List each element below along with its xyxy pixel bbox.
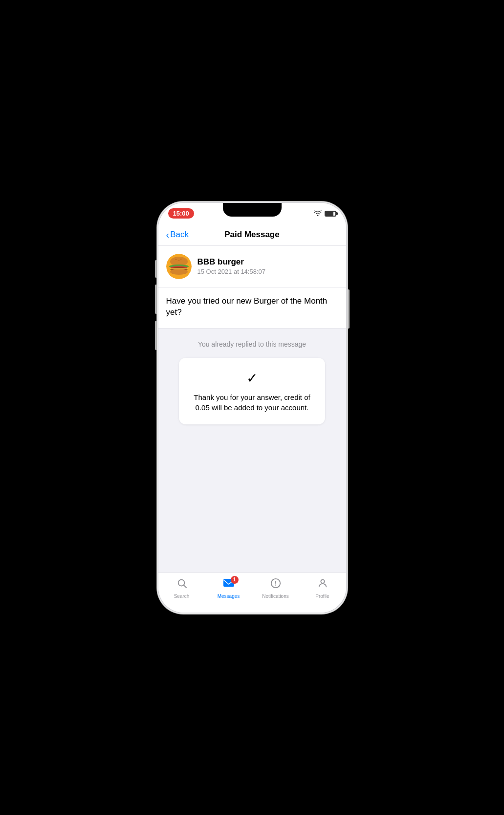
sender-name: BBB burger <box>197 257 266 267</box>
tab-search[interactable]: Search <box>165 578 199 599</box>
side-button-vol-up <box>155 285 157 314</box>
sender-date: 15 Oct 2021 at 14:58:07 <box>197 268 266 275</box>
nav-title: Paid Message <box>224 230 279 240</box>
notifications-tab-icon <box>270 578 281 592</box>
tab-messages[interactable]: 1 Messages <box>212 578 246 599</box>
tab-notifications[interactable]: Notifications <box>259 578 293 599</box>
back-chevron-icon: ‹ <box>166 230 170 240</box>
messages-tab-icon: 1 <box>223 578 235 592</box>
message-body-section: Have you tried our new Burger of the Mon… <box>158 287 346 329</box>
svg-point-8 <box>170 269 188 275</box>
replied-notice: You already replied to this message <box>198 340 306 348</box>
notch <box>223 203 282 217</box>
status-time: 15:00 <box>168 208 194 219</box>
thank-you-text: Thank you for your answer, credit of 0.0… <box>191 392 313 413</box>
back-label: Back <box>170 230 189 240</box>
messages-tab-label: Messages <box>218 594 240 599</box>
messages-badge: 1 <box>231 576 239 584</box>
content-area: BBB burger 15 Oct 2021 at 14:58:07 Have … <box>158 246 346 573</box>
tab-profile[interactable]: Profile <box>306 578 340 599</box>
phone-screen: 15:00 ‹ <box>158 203 346 613</box>
phone-frame: 15:00 ‹ <box>157 201 348 614</box>
svg-line-11 <box>184 585 186 588</box>
search-tab-icon <box>176 578 187 592</box>
svg-point-3 <box>180 259 182 260</box>
svg-rect-9 <box>170 268 188 269</box>
profile-tab-label: Profile <box>315 594 329 599</box>
avatar <box>166 254 192 279</box>
svg-point-4 <box>178 260 179 261</box>
notifications-tab-label: Notifications <box>262 594 288 599</box>
nav-bar: ‹ Back Paid Message <box>158 224 346 246</box>
checkmark-icon: ✓ <box>246 372 258 385</box>
battery-icon <box>325 211 336 217</box>
status-icons <box>314 210 336 218</box>
replied-section: You already replied to this message ✓ Th… <box>158 329 346 572</box>
svg-point-16 <box>321 579 324 583</box>
sender-info: BBB burger 15 Oct 2021 at 14:58:07 <box>197 257 266 275</box>
message-text: Have you tried our new Burger of the Mon… <box>166 295 338 319</box>
svg-point-2 <box>175 259 177 260</box>
back-button[interactable]: ‹ Back <box>166 230 189 240</box>
profile-tab-icon <box>317 578 328 592</box>
wifi-icon <box>314 210 322 218</box>
status-bar: 15:00 <box>158 203 346 224</box>
side-button-vol-down <box>155 321 157 350</box>
tab-bar: Search 1 Messages <box>158 573 346 613</box>
reply-card: ✓ Thank you for your answer, credit of 0… <box>179 358 325 424</box>
search-tab-label: Search <box>174 594 190 599</box>
side-button-power <box>348 289 350 329</box>
side-button-mute <box>155 260 157 278</box>
sender-section: BBB burger 15 Oct 2021 at 14:58:07 <box>158 246 346 287</box>
